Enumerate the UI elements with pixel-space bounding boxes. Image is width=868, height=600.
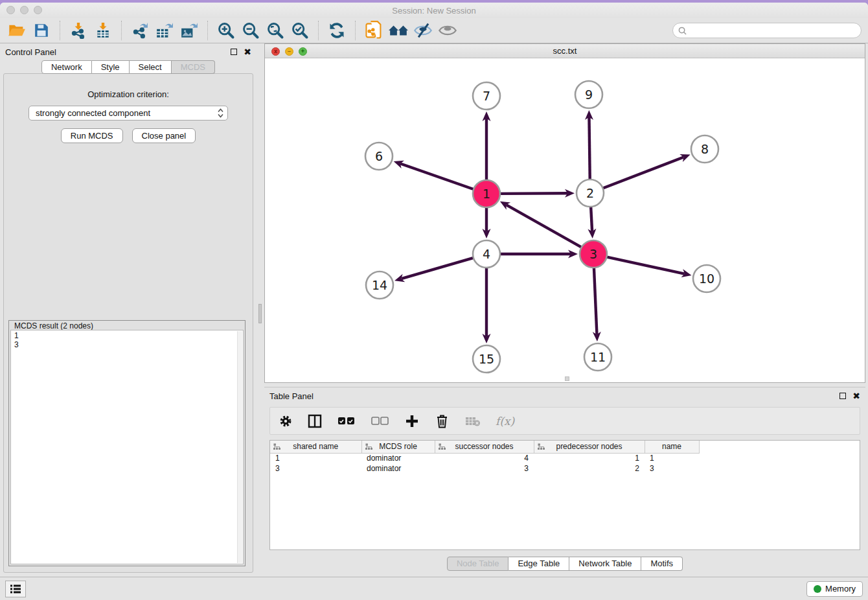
network-overview-button[interactable] <box>388 20 409 41</box>
zoom-fit-button[interactable] <box>265 20 286 41</box>
delete-table-button[interactable] <box>463 411 483 432</box>
export-network-button[interactable] <box>130 20 150 41</box>
edge-1-6[interactable] <box>400 164 475 190</box>
delete-column-button[interactable] <box>433 411 450 432</box>
gear-icon <box>279 415 292 428</box>
node-label-8: 8 <box>701 142 709 156</box>
tab-node-table[interactable]: Node Table <box>447 557 509 571</box>
export-table-icon <box>155 22 174 39</box>
column-header-name[interactable]: name <box>645 441 699 453</box>
close-table-panel-icon[interactable]: ✖ <box>852 391 860 400</box>
export-image-button[interactable] <box>179 20 200 41</box>
node-label-4: 4 <box>483 247 490 261</box>
network-resize-grip[interactable] <box>565 376 569 381</box>
table-cell[interactable]: 1 <box>645 453 699 463</box>
search-field[interactable] <box>672 23 862 38</box>
column-header-successor-nodes[interactable]: successor nodes <box>435 441 534 453</box>
column-header-shared-name[interactable]: shared name <box>270 441 361 453</box>
function-builder-button[interactable]: f(x) <box>496 415 514 428</box>
float-table-panel-icon[interactable] <box>839 393 846 399</box>
maximize-window-button[interactable] <box>34 6 42 14</box>
open-session-button[interactable] <box>6 20 27 41</box>
zoom-in-icon <box>217 21 235 40</box>
table-row[interactable]: 3dominator323 <box>270 463 699 474</box>
create-column-button[interactable] <box>404 411 420 432</box>
table-cell[interactable]: dominator <box>361 463 435 474</box>
network-maximize-button[interactable]: + <box>299 47 307 56</box>
edge-3-1[interactable] <box>506 205 582 248</box>
tab-style[interactable]: Style <box>92 60 130 74</box>
search-input[interactable] <box>690 26 856 35</box>
memory-button[interactable]: Memory <box>806 581 863 597</box>
task-history-button[interactable] <box>5 581 26 597</box>
table-cell[interactable]: 1 <box>534 453 645 463</box>
column-label: successor nodes <box>455 442 513 451</box>
table-cell[interactable]: 3 <box>645 463 699 474</box>
hierarchy-icon <box>273 443 280 450</box>
edge-3-10[interactable] <box>606 257 685 274</box>
zoom-out-icon <box>242 21 260 40</box>
hierarchy-icon <box>365 443 372 450</box>
run-mcds-button[interactable]: Run MCDS <box>61 128 123 143</box>
float-panel-icon[interactable] <box>231 49 237 55</box>
hide-graphics-details-button[interactable] <box>413 20 433 41</box>
unselect-all-columns-button[interactable] <box>370 411 391 432</box>
export-network-icon <box>131 22 148 39</box>
select-all-columns-button[interactable] <box>336 411 357 432</box>
save-session-button[interactable] <box>31 20 52 41</box>
table-row[interactable]: 1dominator411 <box>270 453 699 463</box>
zoom-in-button[interactable] <box>216 20 236 41</box>
column-header-predecessor-nodes[interactable]: predecessor nodes <box>534 441 645 453</box>
zoom-out-button[interactable] <box>240 20 261 41</box>
show-graphics-details-button[interactable] <box>437 20 458 41</box>
table-cell[interactable]: 4 <box>435 453 534 463</box>
edge-1-2[interactable] <box>499 193 567 194</box>
table-cell[interactable]: 2 <box>534 463 645 474</box>
column-header-MCDS-role[interactable]: MCDS role <box>361 441 435 453</box>
result-scrollbar[interactable] <box>237 331 242 563</box>
table-settings-button[interactable] <box>278 411 293 432</box>
result-line: 1 <box>14 331 240 340</box>
splitter-grip[interactable] <box>258 304 262 323</box>
show-column-button[interactable] <box>306 411 323 432</box>
table-cell[interactable]: 1 <box>270 453 361 463</box>
network-window-title: scc.txt <box>553 46 577 56</box>
mcds-result-list[interactable]: 13 <box>10 330 244 564</box>
minimize-window-button[interactable] <box>20 6 29 14</box>
node-label-6: 6 <box>375 149 383 163</box>
table-cell[interactable]: 3 <box>435 463 534 474</box>
result-line: 3 <box>14 340 240 349</box>
close-panel-button[interactable]: Close panel <box>132 128 196 143</box>
zoom-selected-button[interactable] <box>290 20 310 41</box>
tab-motifs[interactable]: Motifs <box>641 557 683 571</box>
tab-network-table[interactable]: Network Table <box>569 557 641 571</box>
node-label-15: 15 <box>479 352 494 366</box>
duplicate-network-button[interactable] <box>363 20 384 41</box>
table-cell[interactable]: dominator <box>361 453 435 463</box>
export-table-button[interactable] <box>154 20 175 41</box>
table-cell[interactable]: 3 <box>270 463 361 474</box>
edge-2-8[interactable] <box>602 157 684 189</box>
import-table-button[interactable] <box>93 20 113 41</box>
vertical-splitter[interactable] <box>257 43 264 577</box>
edge-3-11[interactable] <box>594 266 597 334</box>
close-window-button[interactable] <box>6 6 15 14</box>
node-table[interactable]: shared nameMCDS rolesuccessor nodesprede… <box>269 440 860 550</box>
close-panel-icon[interactable]: ✖ <box>244 47 251 56</box>
optimization-criterion-select[interactable]: strongly connected component <box>29 106 228 121</box>
node-label-10: 10 <box>699 271 714 286</box>
tab-network[interactable]: Network <box>41 60 92 74</box>
network-close-button[interactable]: x <box>271 47 280 56</box>
tab-select[interactable]: Select <box>130 60 172 74</box>
import-network-button[interactable] <box>68 20 89 41</box>
open-folder-icon <box>8 22 26 39</box>
tab-mcds[interactable]: MCDS <box>172 60 215 74</box>
edge-2-3[interactable] <box>591 205 592 231</box>
network-minimize-button[interactable]: – <box>285 47 293 56</box>
edge-4-14[interactable] <box>402 257 475 279</box>
network-graph[interactable]: 1234678910111415 <box>265 58 865 382</box>
edge-2-9[interactable] <box>589 117 589 181</box>
refresh-button[interactable] <box>326 20 347 41</box>
network-canvas[interactable]: 1234678910111415 <box>265 58 865 382</box>
tab-edge-table[interactable]: Edge Table <box>508 557 569 571</box>
